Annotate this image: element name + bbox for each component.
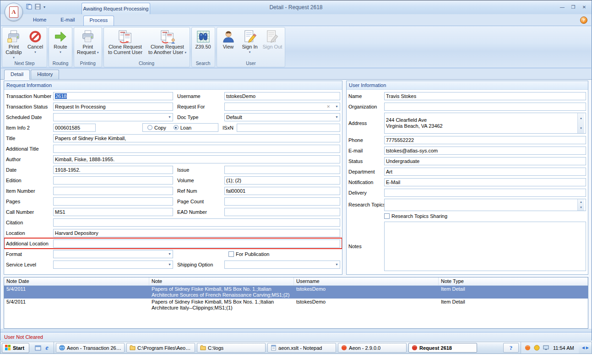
transaction-number-field[interactable]: 2618 [53, 92, 173, 100]
for-publication-checkbox[interactable] [228, 251, 234, 257]
issue-field[interactable] [224, 166, 340, 174]
aeon-tray-icon[interactable] [524, 344, 531, 351]
sign-out-button[interactable]: Sign Out [261, 28, 284, 60]
call-number-field[interactable]: MS1 [53, 208, 173, 216]
cancel-button[interactable]: Cancel ▾ [25, 28, 46, 60]
transaction-status-field[interactable]: Request In Processing [53, 103, 173, 111]
status-field[interactable]: Undergraduate [384, 157, 586, 165]
scroll-up-icon[interactable]: ▲ [578, 199, 584, 205]
scheduled-date-combo[interactable]: ▼ [53, 113, 173, 121]
additional-title-field[interactable] [53, 145, 340, 153]
right-arrow-icon[interactable]: ▶ [586, 346, 589, 350]
clone-to-current-user-button[interactable]: Clone Request to Current User [105, 28, 146, 60]
page-count-field[interactable] [224, 197, 340, 206]
pages-field[interactable] [53, 197, 173, 206]
print-request-button[interactable]: Print Request▾ [75, 28, 101, 60]
tab-history[interactable]: History [31, 70, 59, 79]
item-number-label: Item Number [6, 188, 53, 194]
citation-field[interactable] [53, 218, 340, 227]
restore-button[interactable]: ❐ [570, 4, 577, 11]
display-tray-icon[interactable] [543, 344, 549, 351]
item-number-field[interactable] [53, 187, 173, 195]
titlebar[interactable]: A ▾ Detail - Request 2618 Awaiting Reque… [0, 0, 592, 14]
additional-location-field[interactable] [53, 239, 340, 248]
format-combo[interactable]: ▼ [53, 250, 173, 258]
loan-radio[interactable] [174, 125, 179, 130]
address-field[interactable]: 244 Clearfield Ave Virginia Beach, VA 23… [384, 113, 586, 134]
edition-field[interactable] [53, 176, 173, 185]
author-field[interactable]: Kimball, Fiske, 1888-1955. [53, 155, 340, 163]
internet-explorer-icon[interactable]: e [43, 344, 51, 352]
title-field[interactable]: Papers of Sidney Fiske Kimball, [53, 134, 340, 142]
item-info-2-field[interactable]: 000601585 [53, 124, 96, 132]
help-button[interactable]: ? [580, 16, 587, 24]
chevron-down-icon[interactable]: ▼ [166, 263, 171, 266]
department-field[interactable]: Art [384, 168, 586, 176]
name-field[interactable]: Travis Stokes [384, 92, 586, 100]
taskbar-item-notepad[interactable]: aeon.xslt - Notepad [267, 343, 336, 353]
email-field[interactable]: tstokes@atlas-sys.com [384, 147, 586, 155]
route-button[interactable]: Route ▾ [50, 28, 71, 60]
column-header-note-type[interactable]: Note Type [439, 277, 588, 285]
volume-field[interactable]: (1); (2) [224, 176, 340, 185]
phone-field[interactable]: 7775552222 [384, 136, 586, 144]
service-level-combo[interactable]: ▼ [53, 261, 173, 269]
view-user-button[interactable]: View [218, 28, 239, 60]
taskbar-item-program-files[interactable]: C:\Program Files\Aeon\... [126, 343, 195, 353]
taskbar-item-aeon-app[interactable]: Aeon - 2.9.0.0 [338, 343, 407, 353]
taskbar-item-logs[interactable]: C:\logs [197, 343, 266, 353]
tab-process[interactable]: Process [83, 16, 114, 26]
tab-email[interactable]: E-mail [54, 16, 81, 26]
table-row[interactable]: 5/4/2011 Papers of Sidney Fiske Kimball,… [4, 299, 588, 311]
isxn-field[interactable] [237, 124, 340, 132]
scroll-up-icon[interactable]: ▲ [578, 113, 584, 123]
notification-field[interactable]: E-Mail [384, 178, 586, 186]
username-field[interactable]: tstokesDemo [224, 92, 340, 100]
context-tab-awaiting-request-processing[interactable]: Awaiting Request Processing [81, 3, 150, 14]
clear-icon[interactable]: ✕ [325, 104, 333, 109]
location-field[interactable]: Harvard Depository [53, 229, 340, 237]
notes-field[interactable] [384, 222, 586, 271]
taskbar-scroll-arrows[interactable]: ◀ ▶ [581, 346, 590, 350]
chevron-down-icon[interactable]: ▼ [166, 115, 171, 119]
scroll-down-icon[interactable]: ▼ [578, 205, 584, 211]
start-button[interactable]: Start [2, 343, 29, 353]
chevron-down-icon[interactable]: ▼ [333, 263, 338, 266]
request-for-combo[interactable]: ✕▼ [224, 103, 340, 111]
alert-tray-icon[interactable] [533, 344, 540, 351]
z3950-button[interactable]: Z39.50 [193, 28, 214, 60]
close-button[interactable]: ✕ [581, 4, 588, 11]
scrollbar[interactable]: ▲▼ [577, 199, 584, 211]
chevron-down-icon[interactable]: ▼ [333, 115, 338, 119]
doc-type-combo[interactable]: Default▼ [224, 113, 340, 121]
shipping-option-combo[interactable]: ▼ [224, 261, 340, 269]
ref-num-field[interactable]: fal00001 [224, 187, 340, 195]
taskbar-item-request-2618[interactable]: Request 2618 [408, 343, 477, 353]
window-form-icon[interactable] [34, 344, 42, 352]
taskbar-help-button[interactable]: ? [503, 343, 519, 353]
chevron-down-icon[interactable]: ▼ [333, 105, 338, 108]
research-topics-field[interactable]: ▲▼ [384, 199, 586, 211]
left-arrow-icon[interactable]: ◀ [582, 346, 585, 350]
organization-field[interactable] [384, 103, 586, 111]
column-header-username[interactable]: Username [294, 277, 439, 285]
delivery-field[interactable] [384, 189, 586, 197]
copy-radio[interactable] [147, 125, 152, 130]
tab-detail[interactable]: Detail [4, 70, 30, 80]
scroll-down-icon[interactable]: ▼ [578, 123, 584, 133]
date-field[interactable]: 1918-1952. [53, 166, 173, 174]
column-header-note[interactable]: Note [149, 277, 294, 285]
minimize-button[interactable]: — [559, 4, 566, 11]
tab-home[interactable]: Home [27, 16, 52, 26]
column-header-note-date[interactable]: Note Date [4, 277, 149, 285]
table-row[interactable]: 5/4/2011 Papers of Sidney Fiske Kimball,… [4, 286, 588, 299]
print-callslip-button[interactable]: Print Callslip ▾ [3, 28, 24, 60]
chevron-down-icon[interactable]: ▼ [166, 252, 171, 255]
scrollbar[interactable]: ▲▼ [577, 113, 584, 133]
sign-in-button[interactable]: Sign In ▾ [239, 28, 261, 60]
research-topics-sharing-checkbox[interactable] [384, 213, 390, 219]
taskbar-item-aeon-transaction[interactable]: Aeon - Transaction 2618... [56, 343, 125, 353]
ead-number-field[interactable] [224, 208, 340, 216]
clone-to-another-user-button[interactable]: Clone Request to Another User▾ [147, 28, 189, 60]
application-menu-button[interactable]: A [5, 3, 23, 21]
